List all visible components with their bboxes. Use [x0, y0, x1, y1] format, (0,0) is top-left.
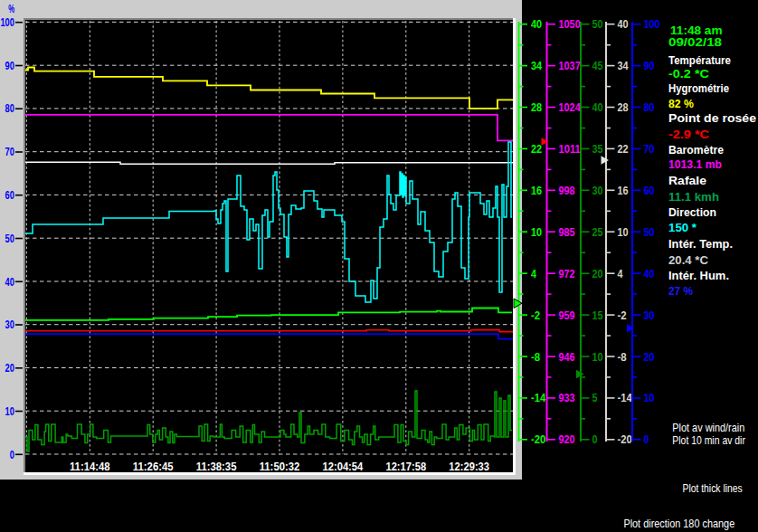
- svg-text:5: 5: [592, 391, 598, 404]
- svg-text:20: 20: [592, 267, 603, 280]
- svg-text:920: 920: [559, 432, 575, 446]
- svg-text:80: 80: [5, 102, 14, 115]
- svg-text:150 *: 150 *: [668, 221, 697, 234]
- svg-text:20: 20: [644, 350, 655, 364]
- svg-text:34: 34: [531, 59, 543, 72]
- svg-text:20: 20: [5, 362, 14, 375]
- svg-text:985: 985: [559, 225, 575, 239]
- svg-text:%: %: [8, 3, 14, 15]
- svg-text:60: 60: [5, 189, 14, 202]
- svg-text:946: 946: [559, 350, 575, 364]
- svg-text:40: 40: [592, 100, 603, 114]
- svg-text:10: 10: [644, 391, 655, 404]
- svg-text:80: 80: [644, 100, 655, 114]
- svg-text:11:50:32: 11:50:32: [260, 461, 300, 473]
- svg-text:40: 40: [5, 276, 14, 289]
- svg-text:4: 4: [531, 267, 537, 280]
- svg-text:-8: -8: [531, 350, 540, 364]
- svg-text:Température: Température: [668, 53, 731, 67]
- svg-text:Intér. Hum.: Intér. Hum.: [668, 269, 729, 282]
- svg-text:-2: -2: [618, 309, 627, 322]
- svg-text:11:26:45: 11:26:45: [133, 461, 174, 473]
- svg-text:70: 70: [5, 146, 14, 158]
- svg-text:1011: 1011: [559, 142, 581, 156]
- svg-text:35: 35: [592, 142, 603, 156]
- svg-text:0: 0: [10, 449, 14, 461]
- svg-text:30: 30: [644, 309, 655, 322]
- svg-text:11.1 kmh: 11.1 kmh: [668, 190, 719, 204]
- svg-text:933: 933: [559, 391, 575, 404]
- svg-text:Intér. Temp.: Intér. Temp.: [668, 237, 733, 251]
- svg-text:82 %: 82 %: [668, 97, 694, 110]
- svg-text:22: 22: [618, 142, 629, 156]
- svg-text:1050: 1050: [559, 17, 581, 31]
- svg-text:40: 40: [531, 17, 542, 31]
- svg-text:40: 40: [618, 17, 629, 31]
- svg-text:30: 30: [592, 184, 603, 197]
- svg-text:Point de rosée: Point de rosée: [668, 111, 757, 125]
- svg-text:Baromètre: Baromètre: [668, 143, 724, 157]
- svg-text:-14: -14: [618, 391, 633, 404]
- svg-text:20.4 *C: 20.4 *C: [668, 253, 708, 267]
- svg-text:16: 16: [618, 184, 629, 197]
- svg-text:25: 25: [592, 225, 603, 239]
- svg-text:10: 10: [618, 225, 629, 239]
- svg-text:12:04:54: 12:04:54: [323, 461, 364, 473]
- svg-text:-2: -2: [531, 309, 540, 322]
- svg-text:28: 28: [618, 100, 629, 114]
- svg-text:Hygrométrie: Hygrométrie: [668, 81, 729, 95]
- svg-text:50: 50: [5, 233, 14, 245]
- svg-text:998: 998: [559, 184, 575, 197]
- svg-text:30: 30: [5, 318, 14, 331]
- svg-text:40: 40: [644, 267, 655, 280]
- svg-text:100: 100: [644, 17, 660, 31]
- svg-text:10: 10: [5, 405, 14, 418]
- svg-text:11:14:48: 11:14:48: [70, 461, 110, 473]
- svg-text:Plot direction 180 change: Plot direction 180 change: [623, 517, 734, 530]
- svg-text:-20: -20: [618, 432, 632, 446]
- svg-text:60: 60: [644, 184, 655, 197]
- svg-text:12:17:58: 12:17:58: [385, 461, 426, 473]
- svg-text:0: 0: [592, 432, 598, 446]
- svg-text:50: 50: [644, 225, 655, 239]
- svg-text:0: 0: [644, 432, 649, 446]
- svg-text:Direction: Direction: [668, 205, 716, 219]
- svg-text:Rafale: Rafale: [668, 174, 706, 187]
- svg-text:70: 70: [644, 142, 655, 156]
- svg-text:09/02/18: 09/02/18: [668, 35, 723, 49]
- svg-text:1013.1 mb: 1013.1 mb: [668, 157, 722, 171]
- svg-text:10: 10: [531, 225, 542, 239]
- svg-text:22: 22: [531, 142, 542, 156]
- svg-text:28: 28: [531, 100, 542, 114]
- svg-text:100: 100: [0, 16, 14, 29]
- svg-text:-14: -14: [531, 391, 546, 404]
- svg-text:959: 959: [559, 309, 575, 322]
- svg-text:90: 90: [5, 60, 14, 72]
- svg-text:45: 45: [592, 59, 603, 72]
- svg-text:972: 972: [559, 267, 575, 280]
- svg-text:-0.2 *C: -0.2 *C: [668, 67, 709, 81]
- svg-text:-20: -20: [531, 432, 545, 446]
- svg-text:27 %: 27 %: [668, 284, 693, 298]
- svg-text:-8: -8: [618, 350, 627, 364]
- svg-text:1024: 1024: [559, 100, 582, 114]
- svg-text:90: 90: [644, 59, 655, 72]
- svg-text:-2.9 *C: -2.9 *C: [668, 128, 709, 141]
- svg-text:50: 50: [592, 17, 603, 31]
- svg-text:16: 16: [531, 184, 542, 197]
- svg-text:Plot thick lines: Plot thick lines: [683, 481, 744, 495]
- svg-text:34: 34: [618, 59, 630, 72]
- svg-text:1037: 1037: [559, 59, 581, 72]
- svg-text:15: 15: [592, 309, 603, 322]
- svg-text:Plot 10 min av dir: Plot 10 min av dir: [672, 433, 745, 447]
- svg-text:4: 4: [618, 267, 624, 280]
- svg-text:12:29:33: 12:29:33: [449, 461, 489, 473]
- svg-text:10: 10: [592, 350, 603, 364]
- svg-text:11:38:35: 11:38:35: [196, 461, 237, 473]
